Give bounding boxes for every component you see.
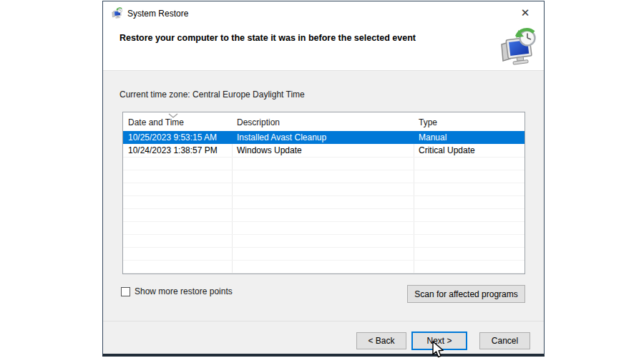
table-row[interactable]: 10/25/2023 9:53:15 AMInstalled Avast Cle… <box>123 131 525 144</box>
table-header-row: Date and Time Description Type <box>123 112 525 131</box>
table-row[interactable]: 10/24/2023 1:38:57 PMWindows UpdateCriti… <box>123 144 525 157</box>
gridline <box>123 157 525 158</box>
gridline <box>123 234 525 235</box>
gridline <box>123 170 525 170</box>
window-title: System Restore <box>127 9 188 19</box>
page-title: Restore your computer to the state it wa… <box>119 33 416 43</box>
show-more-label: Show more restore points <box>135 286 233 296</box>
gridline <box>123 221 525 222</box>
system-restore-large-icon <box>497 27 538 68</box>
dialog-body: Current time zone: Central Europe Daylig… <box>103 70 544 321</box>
table-cell: Critical Update <box>419 145 475 155</box>
restore-points-table[interactable]: Date and Time Description Type 10/25/202… <box>122 112 525 274</box>
table-cell: 10/25/2023 9:53:15 AM <box>128 132 217 142</box>
dialog-footer: < Back Next > Cancel <box>103 321 544 354</box>
gridline <box>123 247 525 248</box>
table-cell: Windows Update <box>237 145 302 155</box>
show-more-checkbox[interactable] <box>121 287 130 296</box>
mouse-cursor-icon <box>431 341 446 358</box>
column-header-description[interactable]: Description <box>237 117 280 127</box>
wizard-header: Restore your computer to the state it wa… <box>103 25 544 70</box>
back-button[interactable]: < Back <box>356 332 406 349</box>
column-header-date[interactable]: Date and Time <box>128 117 184 127</box>
cancel-button[interactable]: Cancel <box>479 332 530 349</box>
title-bar: System Restore ✕ <box>103 1 544 25</box>
gridline <box>123 260 525 261</box>
gridline <box>123 273 525 274</box>
screenshot-stage: System Restore ✕ Restore your computer t… <box>0 0 644 358</box>
table-cell: Manual <box>419 132 447 142</box>
system-restore-dialog: System Restore ✕ Restore your computer t… <box>102 1 545 357</box>
system-restore-icon <box>111 7 123 19</box>
timezone-label: Current time zone: Central Europe Daylig… <box>119 90 305 100</box>
table-cell: Installed Avast Cleanup <box>237 132 326 142</box>
close-icon[interactable]: ✕ <box>519 6 532 19</box>
column-header-type[interactable]: Type <box>419 117 437 127</box>
scan-affected-programs-button[interactable]: Scan for affected programs <box>407 285 525 303</box>
gridline <box>123 183 525 183</box>
gridline <box>123 208 525 209</box>
gridline <box>123 195 525 196</box>
table-cell: 10/24/2023 1:38:57 PM <box>128 145 218 155</box>
